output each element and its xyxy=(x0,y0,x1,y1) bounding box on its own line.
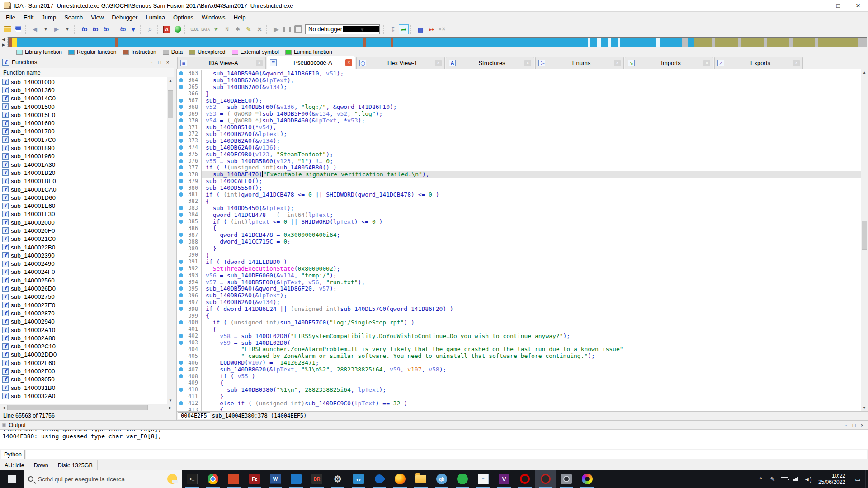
tab-close-icon[interactable]: × xyxy=(524,60,531,66)
menu-windows[interactable]: Windows xyxy=(198,13,230,22)
breadcrumb-location[interactable]: sub_14004E380:378 (14004EEF5) xyxy=(212,413,307,419)
function-list-item[interactable]: fsub_140002390 xyxy=(0,251,167,259)
function-list-item[interactable]: fsub_1400032A0 xyxy=(0,392,167,400)
code-line[interactable]: 385 if ( (int)lpText <= 0 || SHIDWORD(lp… xyxy=(177,218,861,225)
tab-close-icon[interactable]: × xyxy=(614,60,621,66)
patch-asterisk-icon[interactable] xyxy=(233,24,243,34)
binoc-name-icon[interactable] xyxy=(79,24,89,34)
scroll-left-icon[interactable]: ◀ xyxy=(0,406,7,410)
code-line[interactable]: 401 { xyxy=(177,326,861,333)
code-line[interactable]: 366} xyxy=(177,90,861,97)
code-line[interactable]: 382{ xyxy=(177,198,861,205)
pause-process-icon[interactable] xyxy=(282,24,292,34)
function-list-item[interactable]: fsub_140001BE0 xyxy=(0,177,167,185)
code-line[interactable]: 377if ( !(unsigned int)sub_14005AB80() ) xyxy=(177,164,861,171)
maximize-button[interactable]: □ xyxy=(828,0,848,12)
function-list-item[interactable]: fsub_140001000 xyxy=(0,78,167,86)
stop-process-icon[interactable] xyxy=(293,24,303,34)
code-line[interactable]: 397sub_140DB62A0(&v134); xyxy=(177,299,861,305)
function-list-item[interactable]: fsub_140002F00 xyxy=(0,367,167,375)
function-list-item[interactable]: fsub_140001890 xyxy=(0,144,167,152)
function-list-item[interactable]: fsub_140001F30 xyxy=(0,210,167,218)
panel-restore-icon[interactable]: ▫ xyxy=(147,59,156,66)
run-until-icon[interactable] xyxy=(399,24,409,34)
taskbar-app-dark-red-ring-app[interactable] xyxy=(535,470,556,488)
volume-icon[interactable]: ◄) xyxy=(802,470,814,488)
code-line[interactable]: 400 if ( (unsigned int)sub_140DE57C0("lo… xyxy=(177,319,861,326)
code-line[interactable]: 398if ( dword_141D86E24 || (unsigned int… xyxy=(177,305,861,312)
function-list-item[interactable]: fsub_140001700 xyxy=(0,127,167,136)
tab-hex-view-1[interactable]: Hex View-1× xyxy=(356,57,445,69)
function-list-item[interactable]: fsub_140002560 xyxy=(0,276,167,284)
function-list-item[interactable]: fsub_1400031B0 xyxy=(0,384,167,392)
code-line[interactable]: 372sub_140DB62A0(&lpText); xyxy=(177,131,861,137)
breadcrumb-address[interactable]: 0004E2F5 xyxy=(178,412,210,419)
code-line[interactable]: 369v53 = (_QWORD *)sub_140DB5F00(&v134, … xyxy=(177,110,861,117)
navband-right-arrow-icon[interactable]: ▶ xyxy=(2,42,5,47)
scrollbar-thumb[interactable] xyxy=(7,405,148,410)
tab-close-icon[interactable]: × xyxy=(703,60,710,66)
taskbar-app-vscode[interactable]: ‹› xyxy=(348,470,369,488)
function-list-item[interactable]: fsub_140003050 xyxy=(0,375,167,384)
function-list-item[interactable]: fsub_140002870 xyxy=(0,309,167,317)
code-line[interactable]: 367sub_140DAEEC0(); xyxy=(177,97,861,104)
tab-close-icon[interactable]: × xyxy=(793,60,800,66)
start-process-icon[interactable] xyxy=(271,24,281,34)
function-list-item[interactable]: fsub_1400024F0 xyxy=(0,268,167,276)
function-list-item[interactable]: fsub_1400021C0 xyxy=(0,235,167,243)
panel-close-icon[interactable]: × xyxy=(858,422,866,429)
function-list-item[interactable]: fsub_1400014C0 xyxy=(0,94,167,103)
menu-lumina[interactable]: Lumina xyxy=(142,13,169,22)
taskbar-app-firefox[interactable] xyxy=(390,470,410,488)
code-line[interactable]: 395sub_140DB59A0(&qword_141D86F20, v57); xyxy=(177,286,861,292)
network-icon[interactable] xyxy=(790,470,802,488)
panel-maximize-icon[interactable]: □ xyxy=(156,59,164,66)
taskbar-app-feather-app[interactable] xyxy=(369,470,390,488)
panel-maximize-icon[interactable]: □ xyxy=(850,422,858,429)
scroll-up-icon[interactable]: ▲ xyxy=(863,69,866,76)
tab-close-icon[interactable]: × xyxy=(435,60,442,66)
taskbar-app-filezilla[interactable]: Fz xyxy=(244,470,265,488)
code-line[interactable]: 391if ( !dword_141EEDBD0 ) xyxy=(177,258,861,265)
code-line[interactable]: 376v55 = sub_140DB5B00(v123, "1") != 0; xyxy=(177,158,861,164)
code-line[interactable]: 404 "ETRSLauncher.ZoneAlarmProblem=It is… xyxy=(177,346,861,353)
output-panel-header[interactable]: ▣ Output ▫ □ × xyxy=(0,420,868,429)
code-line[interactable]: 408 if ( v55 ) xyxy=(177,373,861,380)
python-console-input[interactable] xyxy=(26,450,867,459)
code-line[interactable]: 386 { xyxy=(177,225,861,231)
code-line[interactable]: 373sub_140DB62A0(&v134); xyxy=(177,137,861,144)
scrollbar-thumb[interactable] xyxy=(168,90,173,118)
jump-down-icon[interactable] xyxy=(128,24,138,34)
menu-view[interactable]: View xyxy=(87,13,108,22)
function-list-item[interactable]: fsub_140002750 xyxy=(0,293,167,301)
start-button[interactable] xyxy=(0,470,24,488)
function-list-item[interactable]: fsub_140002C10 xyxy=(0,343,167,351)
tab-imports[interactable]: Imports× xyxy=(625,57,713,69)
code-line[interactable]: 394v57 = sub_140DB5F00(&lpText, v56, "ru… xyxy=(177,279,861,286)
taskbar-app-opera[interactable] xyxy=(514,470,535,488)
create-code-icon[interactable] xyxy=(189,24,199,34)
code-line[interactable]: 399{ xyxy=(177,312,861,319)
function-list-item[interactable]: fsub_140001CA0 xyxy=(0,185,167,193)
lumina-sphere-icon[interactable] xyxy=(173,24,183,34)
taskbar-app-camera-app[interactable] xyxy=(556,470,577,488)
menu-options[interactable]: Options xyxy=(169,13,198,22)
code-line[interactable]: 379sub_140DCAEE0(); xyxy=(177,178,861,184)
create-name-icon[interactable] xyxy=(222,24,232,34)
step-into-icon[interactable] xyxy=(388,24,398,34)
output-log[interactable]: 14004E380: using guessed type char var_E… xyxy=(0,429,868,449)
code-line[interactable]: 402 v58 = sub_140DE02D0("ETRSSystemCompa… xyxy=(177,333,861,339)
search-again-icon[interactable] xyxy=(145,24,155,34)
navband-arrows[interactable]: ◀▶ xyxy=(0,37,8,47)
function-list-item[interactable]: fsub_140002490 xyxy=(0,260,167,268)
tab-pseudocode-a[interactable]: Pseudocode-A× xyxy=(267,56,355,69)
code-line[interactable]: 370v54 = (_QWORD *)sub_140DDB460(&lpText… xyxy=(177,117,861,124)
code-line[interactable]: 392 SetThreadExecutionState(0x80000002); xyxy=(177,265,861,272)
create-data-icon[interactable] xyxy=(200,24,210,34)
pseudocode-view[interactable]: 363 sub_140DB59A0(&qword_141D86F10, v51)… xyxy=(177,69,861,411)
tab-structures[interactable]: Structures× xyxy=(446,57,534,69)
bpt-del-icon[interactable] xyxy=(437,24,447,34)
battery-icon[interactable] xyxy=(778,470,790,488)
create-string-icon[interactable] xyxy=(211,24,221,34)
function-list-item[interactable]: fsub_140002000 xyxy=(0,218,167,226)
